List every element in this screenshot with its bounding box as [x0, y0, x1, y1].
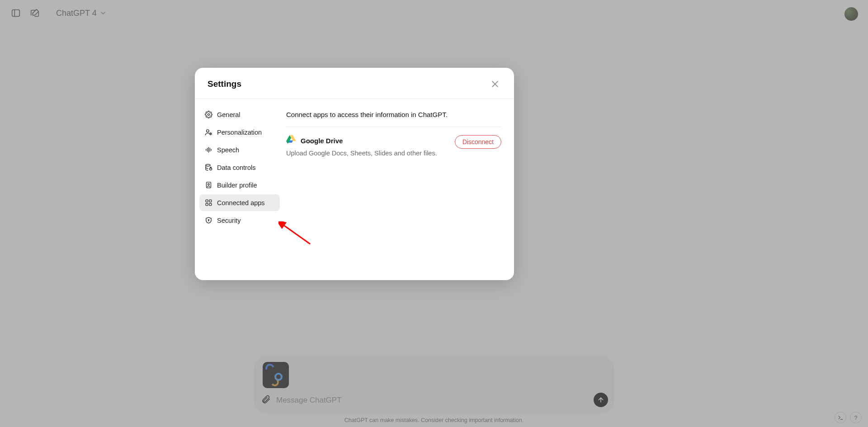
gear-icon — [205, 111, 212, 118]
nav-label: Speech — [217, 146, 239, 154]
modal-header: Settings — [195, 68, 514, 99]
svg-point-14 — [206, 164, 210, 166]
svg-rect-18 — [206, 200, 208, 202]
modal-title: Settings — [208, 79, 241, 89]
person-settings-icon — [205, 128, 212, 136]
nav-label: Data controls — [217, 164, 255, 171]
nav-label: General — [217, 111, 241, 118]
nav-item-connected-apps[interactable]: Connected apps — [199, 194, 280, 211]
svg-rect-20 — [206, 203, 208, 206]
nav-item-builder-profile[interactable]: Builder profile — [199, 177, 280, 193]
nav-item-speech[interactable]: Speech — [199, 141, 280, 158]
close-button[interactable] — [489, 78, 501, 90]
connected-app-row: Google Drive Upload Google Docs, Sheets,… — [286, 135, 501, 157]
nav-label: Security — [217, 217, 241, 224]
svg-rect-15 — [210, 168, 212, 170]
svg-point-17 — [208, 183, 210, 185]
apps-grid-icon — [205, 199, 212, 206]
nav-item-security[interactable]: Security — [199, 212, 280, 229]
svg-rect-19 — [209, 200, 212, 202]
nav-label: Builder profile — [217, 182, 257, 189]
content-description: Connect apps to access their information… — [286, 111, 501, 118]
svg-point-7 — [207, 130, 209, 132]
svg-point-6 — [208, 113, 209, 115]
nav-item-personalization[interactable]: Personalization — [199, 124, 280, 141]
waveform-icon — [205, 146, 212, 154]
svg-point-8 — [210, 133, 211, 135]
app-name: Google Drive — [301, 137, 343, 145]
nav-label: Connected apps — [217, 199, 265, 206]
close-icon — [491, 80, 500, 89]
app-subtitle: Upload Google Docs, Sheets, Slides and o… — [286, 150, 437, 157]
nav-label: Personalization — [217, 129, 262, 136]
app-info: Google Drive Upload Google Docs, Sheets,… — [286, 135, 437, 157]
shield-icon — [205, 216, 212, 224]
disconnect-button[interactable]: Disconnect — [455, 135, 501, 149]
divider — [286, 127, 501, 127]
settings-nav: General Personalization Speech Data cont… — [195, 99, 284, 280]
id-card-icon — [205, 181, 212, 189]
google-drive-icon — [286, 135, 296, 146]
modal-body: General Personalization Speech Data cont… — [195, 99, 514, 280]
database-lock-icon — [205, 164, 212, 171]
nav-item-data-controls[interactable]: Data controls — [199, 159, 280, 176]
svg-rect-21 — [209, 203, 212, 206]
nav-item-general[interactable]: General — [199, 106, 280, 123]
settings-modal: Settings General Personalization Speech … — [195, 68, 514, 280]
settings-content: Connect apps to access their information… — [286, 99, 514, 280]
